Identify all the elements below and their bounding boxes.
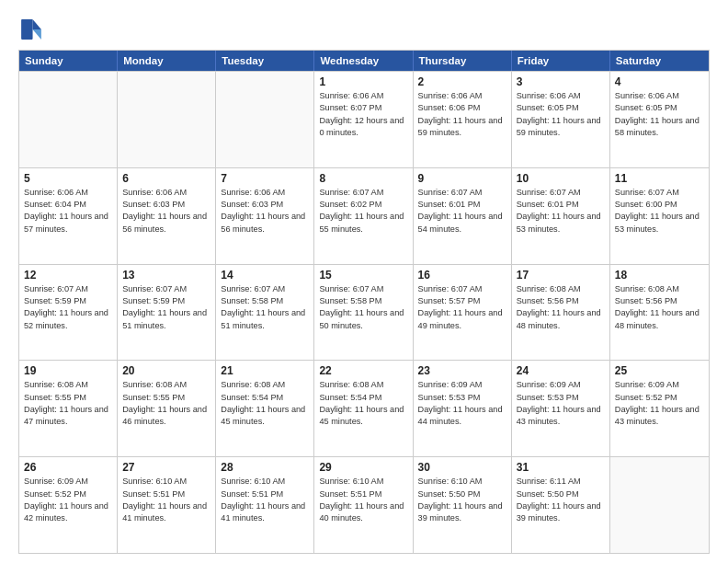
cell-info: Sunrise: 6:07 AMSunset: 5:57 PMDaylight:… (418, 283, 506, 332)
cell-day-number: 10 (517, 172, 605, 185)
cell-info: Sunrise: 6:10 AMSunset: 5:50 PMDaylight:… (418, 476, 506, 524)
calendar-cell-r1c3: 8Sunrise: 6:07 AMSunset: 6:02 PMDaylight… (314, 168, 413, 264)
calendar-cell-r2c1: 13Sunrise: 6:07 AMSunset: 5:59 PMDayligh… (118, 265, 216, 361)
cell-day-number: 15 (319, 269, 407, 282)
cell-info: Sunrise: 6:10 AMSunset: 5:51 PMDaylight:… (221, 476, 309, 524)
calendar-cell-r0c6: 4Sunrise: 6:06 AMSunset: 6:05 PMDaylight… (610, 72, 709, 167)
cell-info: Sunrise: 6:07 AMSunset: 6:02 PMDaylight:… (319, 187, 407, 236)
svg-rect-2 (21, 19, 32, 40)
calendar-cell-r4c4: 30Sunrise: 6:10 AMSunset: 5:50 PMDayligh… (414, 457, 512, 553)
calendar-cell-r4c2: 28Sunrise: 6:10 AMSunset: 5:51 PMDayligh… (216, 457, 314, 553)
cell-info: Sunrise: 6:08 AMSunset: 5:55 PMDaylight:… (24, 379, 112, 428)
cell-info: Sunrise: 6:06 AMSunset: 6:05 PMDaylight:… (615, 90, 704, 139)
calendar-cell-r3c6: 25Sunrise: 6:09 AMSunset: 5:52 PMDayligh… (610, 361, 709, 456)
weekday-header-saturday: Saturday (610, 51, 709, 71)
weekday-header-thursday: Thursday (414, 51, 512, 71)
logo-icon (18, 17, 44, 42)
cell-day-number: 9 (418, 172, 506, 185)
calendar-cell-r1c2: 7Sunrise: 6:06 AMSunset: 6:03 PMDaylight… (216, 168, 314, 264)
cell-info: Sunrise: 6:07 AMSunset: 5:58 PMDaylight:… (221, 283, 309, 332)
cell-day-number: 28 (221, 461, 309, 474)
calendar-cell-r1c6: 11Sunrise: 6:07 AMSunset: 6:00 PMDayligh… (610, 168, 709, 264)
calendar: SundayMondayTuesdayWednesdayThursdayFrid… (18, 50, 710, 554)
calendar-cell-r0c4: 2Sunrise: 6:06 AMSunset: 6:06 PMDaylight… (414, 72, 512, 167)
cell-day-number: 29 (319, 461, 407, 474)
cell-info: Sunrise: 6:08 AMSunset: 5:54 PMDaylight:… (319, 379, 407, 428)
calendar-cell-r0c3: 1Sunrise: 6:06 AMSunset: 6:07 PMDaylight… (314, 72, 413, 167)
calendar-cell-r2c0: 12Sunrise: 6:07 AMSunset: 5:59 PMDayligh… (19, 265, 118, 361)
calendar-cell-r0c2 (216, 72, 314, 167)
cell-info: Sunrise: 6:09 AMSunset: 5:52 PMDaylight:… (615, 379, 704, 428)
calendar-cell-r3c0: 19Sunrise: 6:08 AMSunset: 5:55 PMDayligh… (19, 361, 118, 456)
header (18, 17, 710, 42)
cell-day-number: 19 (24, 364, 112, 377)
calendar-row-1: 5Sunrise: 6:06 AMSunset: 6:04 PMDaylight… (19, 167, 709, 264)
calendar-cell-r3c5: 24Sunrise: 6:09 AMSunset: 5:53 PMDayligh… (512, 361, 610, 456)
cell-day-number: 7 (221, 172, 309, 185)
cell-day-number: 13 (122, 269, 210, 282)
weekday-header-friday: Friday (512, 51, 610, 71)
cell-info: Sunrise: 6:06 AMSunset: 6:03 PMDaylight:… (221, 187, 309, 236)
calendar-cell-r0c5: 3Sunrise: 6:06 AMSunset: 6:05 PMDaylight… (512, 72, 610, 167)
cell-day-number: 8 (319, 172, 407, 185)
calendar-cell-r4c3: 29Sunrise: 6:10 AMSunset: 5:51 PMDayligh… (314, 457, 413, 553)
cell-day-number: 24 (517, 364, 605, 377)
calendar-cell-r4c0: 26Sunrise: 6:09 AMSunset: 5:52 PMDayligh… (19, 457, 118, 553)
cell-day-number: 11 (615, 172, 704, 185)
cell-info: Sunrise: 6:07 AMSunset: 6:00 PMDaylight:… (615, 187, 704, 236)
cell-day-number: 14 (221, 269, 309, 282)
logo (18, 17, 48, 42)
cell-info: Sunrise: 6:06 AMSunset: 6:05 PMDaylight:… (517, 90, 605, 139)
cell-info: Sunrise: 6:07 AMSunset: 5:59 PMDaylight:… (24, 283, 112, 332)
cell-day-number: 23 (418, 364, 506, 377)
calendar-cell-r4c1: 27Sunrise: 6:10 AMSunset: 5:51 PMDayligh… (118, 457, 216, 553)
cell-info: Sunrise: 6:08 AMSunset: 5:56 PMDaylight:… (517, 283, 605, 332)
cell-day-number: 27 (122, 461, 210, 474)
page: SundayMondayTuesdayWednesdayThursdayFrid… (0, 0, 728, 563)
calendar-cell-r0c1 (118, 72, 216, 167)
cell-info: Sunrise: 6:07 AMSunset: 5:59 PMDaylight:… (122, 283, 210, 332)
calendar-row-2: 12Sunrise: 6:07 AMSunset: 5:59 PMDayligh… (19, 264, 709, 361)
calendar-cell-r1c5: 10Sunrise: 6:07 AMSunset: 6:01 PMDayligh… (512, 168, 610, 264)
weekday-header-sunday: Sunday (19, 51, 118, 71)
calendar-cell-r4c6 (610, 457, 709, 553)
cell-day-number: 31 (517, 461, 605, 474)
cell-info: Sunrise: 6:08 AMSunset: 5:56 PMDaylight:… (615, 283, 704, 332)
calendar-cell-r4c5: 31Sunrise: 6:11 AMSunset: 5:50 PMDayligh… (512, 457, 610, 553)
cell-info: Sunrise: 6:06 AMSunset: 6:04 PMDaylight:… (24, 187, 112, 236)
cell-day-number: 2 (418, 75, 506, 88)
cell-info: Sunrise: 6:06 AMSunset: 6:06 PMDaylight:… (418, 90, 506, 139)
cell-day-number: 5 (24, 172, 112, 185)
calendar-cell-r3c4: 23Sunrise: 6:09 AMSunset: 5:53 PMDayligh… (414, 361, 512, 456)
cell-info: Sunrise: 6:06 AMSunset: 6:07 PMDaylight:… (319, 90, 407, 139)
calendar-cell-r1c4: 9Sunrise: 6:07 AMSunset: 6:01 PMDaylight… (414, 168, 512, 264)
svg-marker-0 (33, 19, 41, 29)
svg-marker-1 (33, 29, 41, 40)
cell-info: Sunrise: 6:06 AMSunset: 6:03 PMDaylight:… (122, 187, 210, 236)
calendar-row-3: 19Sunrise: 6:08 AMSunset: 5:55 PMDayligh… (19, 360, 709, 456)
cell-day-number: 17 (517, 269, 605, 282)
calendar-cell-r3c3: 22Sunrise: 6:08 AMSunset: 5:54 PMDayligh… (314, 361, 413, 456)
calendar-cell-r3c1: 20Sunrise: 6:08 AMSunset: 5:55 PMDayligh… (118, 361, 216, 456)
weekday-header-wednesday: Wednesday (314, 51, 413, 71)
cell-day-number: 25 (615, 364, 704, 377)
cell-info: Sunrise: 6:09 AMSunset: 5:53 PMDaylight:… (418, 379, 506, 428)
cell-info: Sunrise: 6:08 AMSunset: 5:54 PMDaylight:… (221, 379, 309, 428)
calendar-header: SundayMondayTuesdayWednesdayThursdayFrid… (19, 51, 709, 71)
cell-info: Sunrise: 6:07 AMSunset: 6:01 PMDaylight:… (517, 187, 605, 236)
cell-info: Sunrise: 6:07 AMSunset: 5:58 PMDaylight:… (319, 283, 407, 332)
calendar-cell-r2c2: 14Sunrise: 6:07 AMSunset: 5:58 PMDayligh… (216, 265, 314, 361)
cell-day-number: 22 (319, 364, 407, 377)
cell-day-number: 18 (615, 269, 704, 282)
calendar-cell-r2c6: 18Sunrise: 6:08 AMSunset: 5:56 PMDayligh… (610, 265, 709, 361)
weekday-header-monday: Monday (118, 51, 216, 71)
calendar-row-4: 26Sunrise: 6:09 AMSunset: 5:52 PMDayligh… (19, 456, 709, 553)
calendar-cell-r2c5: 17Sunrise: 6:08 AMSunset: 5:56 PMDayligh… (512, 265, 610, 361)
calendar-cell-r0c0 (19, 72, 118, 167)
calendar-cell-r2c4: 16Sunrise: 6:07 AMSunset: 5:57 PMDayligh… (414, 265, 512, 361)
cell-day-number: 12 (24, 269, 112, 282)
cell-info: Sunrise: 6:10 AMSunset: 5:51 PMDaylight:… (319, 476, 407, 524)
calendar-cell-r1c0: 5Sunrise: 6:06 AMSunset: 6:04 PMDaylight… (19, 168, 118, 264)
cell-day-number: 6 (122, 172, 210, 185)
cell-info: Sunrise: 6:10 AMSunset: 5:51 PMDaylight:… (122, 476, 210, 524)
